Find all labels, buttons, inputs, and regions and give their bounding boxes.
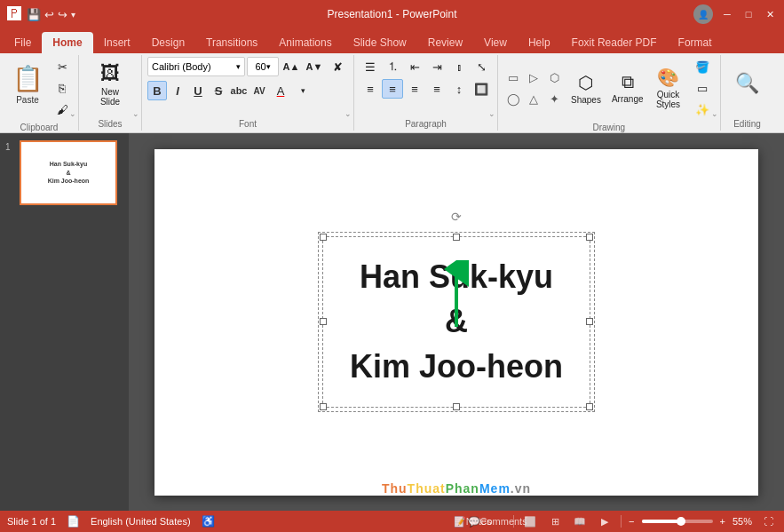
normal-view-button[interactable]: ⬜ [521, 514, 539, 528]
align-left-button[interactable]: ≡ [360, 79, 381, 99]
line-spacing-button[interactable]: ↕ [448, 79, 470, 99]
underline-button[interactable]: U [188, 81, 208, 100]
customize-qa-button[interactable]: ▾ [71, 10, 75, 20]
watermark-thu: Thu [382, 481, 408, 496]
strikethrough-button[interactable]: S [209, 81, 228, 100]
tab-slideshow[interactable]: Slide Show [343, 32, 417, 53]
italic-button[interactable]: I [168, 81, 187, 100]
handle-tc[interactable] [453, 234, 460, 241]
new-slide-button[interactable]: 🖼 NewSlide [84, 57, 136, 112]
shape-1[interactable]: ▭ [503, 67, 523, 87]
cut-button[interactable]: ✂ [51, 57, 73, 76]
user-avatar[interactable]: 👤 [693, 4, 713, 24]
text-shadow-button[interactable]: abc [229, 81, 249, 100]
slide-1-thumbnail[interactable]: Han Suk-kyu&Kim Joo-heon [20, 140, 117, 205]
slide-canvas[interactable]: ⟳ Han Suk-kyu & Kim Joo-heon [154, 149, 758, 496]
paragraph-expand-icon[interactable]: ⌄ [488, 109, 495, 118]
align-right-button[interactable]: ≡ [404, 79, 425, 99]
quick-styles-button[interactable]: 🎨 QuickStyles [651, 60, 686, 115]
zoom-level-text[interactable]: 55% [733, 516, 752, 527]
tab-view[interactable]: View [473, 32, 518, 53]
tab-insert[interactable]: Insert [93, 32, 141, 53]
bold-icon: B [153, 84, 161, 98]
handle-bl[interactable] [320, 403, 327, 410]
handle-ml[interactable] [320, 318, 327, 325]
zoom-slider[interactable] [642, 520, 713, 523]
zoom-plus-button[interactable]: + [720, 516, 725, 527]
font-color-button[interactable]: A [270, 81, 291, 100]
tab-home[interactable]: Home [42, 32, 92, 53]
clipboard-content: 📋 Paste ✂ ⎘ 🖌 [5, 57, 73, 121]
tab-review[interactable]: Review [417, 32, 473, 53]
handle-tl[interactable] [320, 234, 327, 241]
handle-bc[interactable] [453, 403, 460, 410]
shape-2[interactable]: ▷ [524, 67, 543, 87]
drawing-expand-icon[interactable]: ⌄ [711, 109, 718, 118]
close-button[interactable]: ✕ [763, 7, 777, 21]
justify-button[interactable]: ≡ [426, 79, 447, 99]
clipboard-expand-icon[interactable]: ⌄ [69, 109, 76, 118]
title-bar: 🅿 💾 ↩ ↪ ▾ Presentation1 - PowerPoint 👤 ─… [0, 0, 784, 28]
shape-outline-button[interactable]: ▭ [690, 78, 715, 98]
increase-font-button[interactable]: A▲ [281, 57, 302, 76]
font-size-box[interactable]: 60 ▾ [247, 57, 279, 76]
numbering-button[interactable]: ⒈ [382, 57, 403, 76]
shape-fill-button[interactable]: 🪣 [690, 57, 715, 76]
font-name-selector[interactable]: Calibri (Body) ▾ [147, 57, 245, 76]
clipboard-group: 📋 Paste ✂ ⎘ 🖌 Clipboard ⌄ [0, 55, 79, 131]
smart-art-button[interactable]: 🔲 [471, 79, 492, 99]
slides-expand-icon[interactable]: ⌄ [132, 109, 139, 118]
char-spacing-button[interactable]: AV [249, 81, 269, 100]
zoom-minus-button[interactable]: − [629, 516, 634, 527]
find-button[interactable]: 🔍 [727, 57, 767, 112]
bullets-button[interactable]: ☰ [360, 57, 381, 76]
maximize-button[interactable]: □ [741, 7, 756, 21]
decrease-indent-button[interactable]: ⇤ [404, 57, 425, 76]
fit-window-button[interactable]: ⛶ [759, 514, 777, 528]
rotate-handle[interactable]: ⟳ [451, 210, 462, 220]
tab-file[interactable]: File [4, 32, 42, 53]
strikethrough-icon: S [215, 84, 223, 98]
shape-3[interactable]: ⬡ [544, 67, 564, 87]
reading-view-button[interactable]: 📖 [571, 514, 589, 528]
copy-button[interactable]: ⎘ [51, 78, 73, 98]
zoom-slider-thumb[interactable] [677, 517, 685, 526]
clipboard-label: Clipboard [20, 121, 59, 132]
arrange-button[interactable]: ⧉ Arrange [608, 60, 647, 115]
increase-indent-button[interactable]: ⇥ [426, 57, 447, 76]
minimize-button[interactable]: ─ [720, 7, 734, 21]
comments-button[interactable]: 💬 Comments [488, 514, 506, 528]
tab-foxit[interactable]: Foxit Reader PDF [561, 32, 668, 53]
font-color-dropdown[interactable]: ▾ [292, 81, 313, 100]
handle-br[interactable] [586, 403, 593, 410]
paste-icon: 📋 [12, 64, 44, 93]
text-direction-button[interactable]: ⤡ [471, 57, 492, 76]
handle-tr[interactable] [586, 234, 593, 241]
tab-design[interactable]: Design [141, 32, 195, 53]
slideshow-button[interactable]: ▶ [596, 514, 614, 528]
clear-format-button[interactable]: ✘ [327, 57, 348, 76]
handle-mr[interactable] [586, 318, 593, 325]
align-center-button[interactable]: ≡ [382, 79, 403, 99]
notes-icon: 📄 [67, 515, 80, 528]
shapes-icon: ⬡ [578, 72, 593, 93]
shape-4[interactable]: ◯ [503, 89, 523, 108]
quick-access-toolbar: 💾 ↩ ↪ ▾ [27, 8, 75, 21]
shapes-button[interactable]: ⬡ Shapes [567, 60, 605, 115]
tab-help[interactable]: Help [518, 32, 561, 53]
shape-5[interactable]: △ [524, 89, 543, 108]
font-expand-icon[interactable]: ⌄ [344, 109, 352, 118]
redo-qa-button[interactable]: ↪ [58, 8, 67, 21]
save-qa-button[interactable]: 💾 [27, 8, 41, 21]
tab-transitions[interactable]: Transitions [195, 32, 268, 53]
bold-button[interactable]: B [147, 81, 167, 100]
paste-button[interactable]: 📋 Paste [5, 57, 50, 112]
tab-format[interactable]: Format [668, 32, 723, 53]
tab-animations[interactable]: Animations [268, 32, 342, 53]
decrease-font-button[interactable]: A▼ [304, 57, 325, 76]
columns-button[interactable]: ⫾ [448, 57, 470, 76]
undo-qa-button[interactable]: ↩ [44, 8, 54, 21]
slide-sorter-button[interactable]: ⊞ [546, 514, 564, 528]
shape-6[interactable]: ✦ [544, 89, 564, 108]
font-dropdown-icon: ▾ [236, 62, 241, 71]
